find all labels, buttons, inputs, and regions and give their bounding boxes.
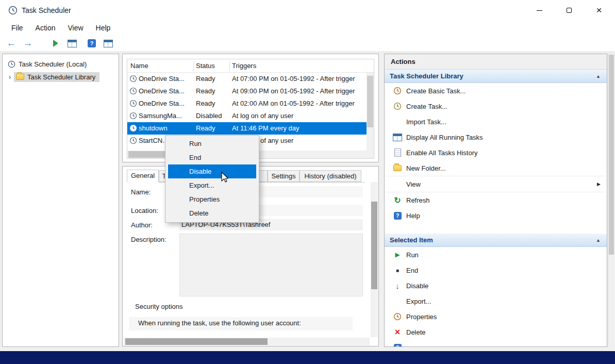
action-item-partial[interactable]: ? bbox=[385, 340, 607, 347]
task-trigger: At 09:00 PM on 01-05-1992 - After trigge… bbox=[232, 87, 355, 95]
task-name: SamsungMa... bbox=[139, 112, 182, 120]
action-help[interactable]: ? Help bbox=[385, 208, 607, 223]
action-disable[interactable]: ↓ Disable bbox=[385, 278, 607, 293]
table-row[interactable]: SamsungMa... Disabled At log on of any u… bbox=[127, 110, 367, 122]
end-icon: ■ bbox=[392, 268, 403, 273]
green-arrow-icon bbox=[53, 40, 58, 47]
tree-library-selection[interactable]: Task Scheduler Library bbox=[14, 72, 99, 82]
action-create-task[interactable]: Create Task... bbox=[385, 98, 607, 114]
scrollbar-thumb[interactable] bbox=[371, 202, 377, 289]
section-gap bbox=[385, 223, 607, 234]
maximize-button[interactable] bbox=[557, 0, 581, 21]
task-name: shutdown bbox=[139, 124, 168, 132]
close-button[interactable]: × bbox=[587, 0, 611, 21]
details-horizontal-scrollbar[interactable] bbox=[124, 338, 370, 345]
table-row[interactable]: OneDrive Sta... Ready At 09:00 PM on 01-… bbox=[127, 85, 367, 97]
action-label: Help bbox=[406, 212, 420, 220]
context-menu-run[interactable]: Run bbox=[165, 137, 259, 151]
collapse-icon[interactable]: ▲ bbox=[596, 74, 601, 79]
task-clock-icon bbox=[129, 137, 137, 144]
task-status: Disabled bbox=[196, 112, 222, 120]
menu-action[interactable]: Action bbox=[29, 22, 62, 34]
windows-taskbar[interactable] bbox=[0, 351, 615, 364]
context-menu-properties[interactable]: Properties bbox=[165, 192, 259, 206]
column-header-name[interactable]: Name bbox=[130, 62, 148, 70]
scrollbar-thumb[interactable] bbox=[367, 76, 373, 127]
run-icon: ▶ bbox=[392, 251, 403, 258]
action-new-folder[interactable]: New Folder... bbox=[385, 160, 607, 176]
column-header-triggers[interactable]: Triggers bbox=[232, 62, 256, 70]
section-header-label: Selected Item bbox=[390, 236, 433, 244]
details-vertical-scrollbar[interactable] bbox=[371, 182, 378, 337]
context-menu-disable[interactable]: Disable bbox=[168, 164, 256, 178]
create-task-icon bbox=[392, 102, 403, 110]
table-row[interactable]: OneDrive Sta... Ready At 07:00 PM on 01-… bbox=[127, 73, 367, 85]
description-field[interactable] bbox=[179, 234, 363, 296]
column-separator[interactable] bbox=[229, 61, 230, 71]
section-header-library[interactable]: Task Scheduler Library ▲ bbox=[385, 70, 607, 83]
tasks-history-icon bbox=[392, 148, 403, 157]
help-icon: ? bbox=[392, 212, 403, 220]
tree-item-task-scheduler-library[interactable]: › Task Scheduler Library bbox=[6, 71, 99, 82]
context-menu-delete[interactable]: Delete bbox=[165, 206, 259, 220]
action-create-basic-task[interactable]: Create Basic Task... bbox=[385, 83, 607, 98]
action-run[interactable]: ▶ Run bbox=[385, 247, 607, 262]
menu-help[interactable]: Help bbox=[90, 22, 117, 34]
action-delete[interactable]: × Delete bbox=[385, 324, 607, 340]
show-hide-action-pane-button[interactable] bbox=[101, 37, 115, 50]
up-one-level-button[interactable] bbox=[48, 37, 63, 50]
task-status: Ready bbox=[196, 87, 215, 95]
create-basic-task-icon bbox=[392, 87, 403, 95]
tab-general[interactable]: General bbox=[127, 170, 159, 183]
task-status: Ready bbox=[196, 100, 215, 107]
context-menu-export[interactable]: Export... bbox=[165, 178, 259, 192]
task-status: Ready bbox=[196, 124, 215, 132]
tree-root-label: Task Scheduler (Local) bbox=[19, 60, 87, 68]
table-row-selected[interactable]: shutdown Ready At 11:46 PM every day bbox=[127, 122, 367, 135]
section-header-selected-item[interactable]: Selected Item ▲ bbox=[385, 234, 607, 247]
collapse-icon[interactable]: ▲ bbox=[596, 238, 601, 243]
task-trigger: At 02:00 AM on 01-05-1992 - After trigge… bbox=[232, 100, 355, 107]
forward-button[interactable]: → bbox=[21, 37, 35, 50]
show-hide-console-tree-button[interactable] bbox=[65, 37, 79, 50]
action-export[interactable]: Export... bbox=[385, 293, 607, 309]
action-view[interactable]: View ▶ bbox=[385, 176, 607, 192]
table-row[interactable]: OneDrive Sta... Ready At 02:00 AM on 01-… bbox=[127, 97, 367, 110]
action-import-task[interactable]: Import Task... bbox=[385, 114, 607, 129]
maximize-icon bbox=[567, 8, 572, 13]
context-menu-end[interactable]: End bbox=[165, 151, 259, 164]
task-clock-icon bbox=[129, 112, 137, 120]
actions-pane-scrollbar[interactable] bbox=[608, 54, 614, 347]
action-enable-tasks-history[interactable]: Enable All Tasks History bbox=[385, 145, 607, 160]
close-icon: × bbox=[596, 5, 602, 16]
security-options-title: Security options bbox=[135, 303, 183, 310]
action-refresh[interactable]: ↻ Refresh bbox=[385, 192, 607, 208]
task-clock-icon bbox=[129, 87, 137, 95]
minimize-button[interactable] bbox=[527, 0, 551, 21]
action-label: View bbox=[406, 180, 421, 188]
action-properties[interactable]: Properties bbox=[385, 309, 607, 324]
tab-history[interactable]: History (disabled) bbox=[300, 170, 361, 182]
tab-settings[interactable]: Settings bbox=[268, 170, 300, 182]
task-name: StartCN... bbox=[139, 137, 168, 144]
menu-view[interactable]: View bbox=[61, 22, 89, 34]
action-label: Export... bbox=[406, 297, 431, 305]
disable-icon: ↓ bbox=[392, 282, 403, 290]
scrollbar-thumb[interactable] bbox=[125, 338, 268, 345]
description-label: Description: bbox=[131, 236, 167, 243]
column-header-status[interactable]: Status bbox=[196, 62, 215, 70]
column-separator[interactable] bbox=[193, 61, 194, 71]
action-label: Disable bbox=[406, 282, 428, 290]
task-list-vertical-scrollbar[interactable] bbox=[367, 73, 374, 151]
menu-file[interactable]: File bbox=[5, 22, 29, 34]
help-button[interactable]: ? bbox=[85, 37, 99, 50]
scrollbar-thumb[interactable] bbox=[609, 55, 614, 255]
tree-item-task-scheduler-local[interactable]: Task Scheduler (Local) bbox=[8, 58, 87, 70]
running-tasks-icon bbox=[392, 134, 403, 141]
task-clock-icon bbox=[129, 124, 137, 132]
chevron-right-icon[interactable]: › bbox=[6, 73, 14, 81]
action-display-running-tasks[interactable]: Display All Running Tasks bbox=[385, 129, 607, 145]
back-button[interactable]: ← bbox=[4, 37, 19, 50]
action-label: Run bbox=[406, 251, 419, 259]
action-end[interactable]: ■ End bbox=[385, 262, 607, 278]
